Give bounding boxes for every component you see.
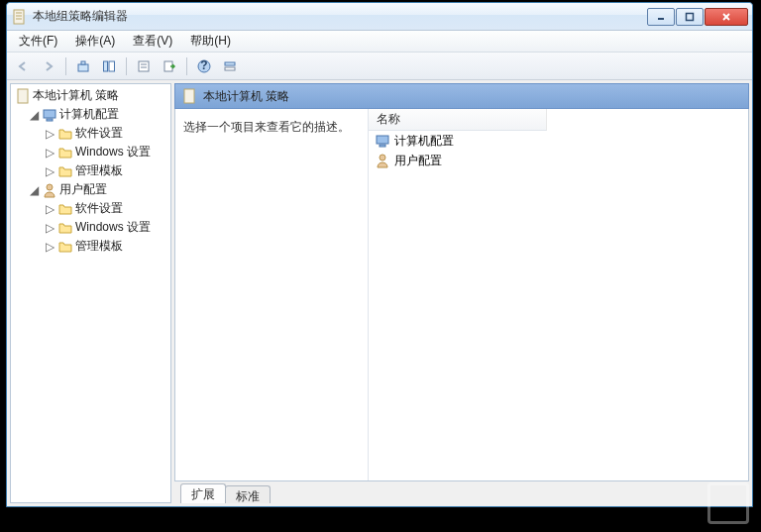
expand-icon[interactable]: ▷ bbox=[45, 222, 55, 233]
list-item[interactable]: 计算机配置 bbox=[369, 131, 748, 151]
tree-item[interactable]: ▷ 软件设置 bbox=[11, 124, 170, 143]
expand-icon[interactable]: ▷ bbox=[45, 128, 55, 139]
tree-root[interactable]: 本地计算机 策略 bbox=[11, 86, 170, 105]
svg-rect-0 bbox=[14, 10, 24, 24]
expand-icon[interactable]: ▷ bbox=[45, 165, 55, 176]
tree-item[interactable]: ▷ 软件设置 bbox=[11, 199, 170, 218]
description-text: 选择一个项目来查看它的描述。 bbox=[183, 120, 350, 134]
svg-point-27 bbox=[380, 155, 385, 160]
document-icon bbox=[15, 88, 31, 104]
tree-item[interactable]: ▷ Windows 设置 bbox=[11, 143, 170, 161]
titlebar[interactable]: 本地组策略编辑器 bbox=[7, 3, 752, 31]
tree-label: 用户配置 bbox=[59, 181, 107, 198]
svg-rect-21 bbox=[44, 110, 55, 118]
svg-rect-18 bbox=[225, 62, 235, 65]
tree-label: 软件设置 bbox=[75, 200, 123, 217]
svg-rect-20 bbox=[18, 89, 28, 103]
toolbar: ? bbox=[7, 53, 752, 80]
svg-rect-24 bbox=[184, 89, 194, 103]
svg-point-23 bbox=[47, 184, 53, 190]
computer-icon bbox=[375, 133, 390, 149]
window-controls bbox=[646, 8, 748, 26]
tree-label: Windows 设置 bbox=[75, 219, 151, 236]
list-item-label: 计算机配置 bbox=[394, 133, 454, 150]
folder-icon bbox=[57, 201, 73, 217]
detail-body: 选择一个项目来查看它的描述。 名称 计算机配置 用户配置 bbox=[174, 109, 749, 481]
minimize-button[interactable] bbox=[647, 8, 675, 26]
expand-icon[interactable]: ▷ bbox=[45, 147, 55, 158]
tree-label: 计算机配置 bbox=[59, 106, 119, 123]
menu-action[interactable]: 操作(A) bbox=[67, 31, 123, 52]
list-item[interactable]: 用户配置 bbox=[369, 151, 748, 170]
menu-file[interactable]: 文件(F) bbox=[11, 31, 65, 52]
folder-icon bbox=[57, 239, 73, 255]
expand-icon[interactable]: ▷ bbox=[45, 241, 55, 252]
window-title: 本地组策略编辑器 bbox=[33, 8, 646, 25]
tree-item[interactable]: ▷ 管理模板 bbox=[11, 161, 170, 180]
close-button[interactable] bbox=[705, 8, 748, 26]
folder-icon bbox=[57, 220, 73, 236]
tree-computer-config[interactable]: ◢ 计算机配置 bbox=[11, 105, 170, 124]
description-pane: 选择一个项目来查看它的描述。 bbox=[175, 109, 369, 480]
show-hide-tree-button[interactable] bbox=[97, 55, 121, 77]
list-item-label: 用户配置 bbox=[394, 153, 442, 169]
detail-panel: 本地计算机 策略 选择一个项目来查看它的描述。 名称 计算机配置 用户配置 bbox=[174, 83, 749, 503]
menu-help[interactable]: 帮助(H) bbox=[182, 31, 239, 52]
tab-standard[interactable]: 标准 bbox=[225, 485, 271, 503]
svg-rect-11 bbox=[109, 61, 115, 71]
folder-icon bbox=[57, 145, 73, 160]
maximize-button[interactable] bbox=[676, 8, 704, 26]
tab-strip: 扩展 标准 bbox=[174, 481, 749, 503]
app-icon bbox=[11, 9, 27, 25]
content-area: 本地计算机 策略 ◢ 计算机配置 ▷ 软件设置 ▷ Windows 设置 ▷ 管… bbox=[7, 80, 752, 506]
svg-rect-26 bbox=[380, 145, 385, 147]
expand-icon[interactable]: ▷ bbox=[45, 203, 55, 214]
svg-rect-9 bbox=[81, 61, 85, 64]
svg-rect-25 bbox=[377, 136, 388, 144]
detail-header: 本地计算机 策略 bbox=[174, 83, 749, 109]
detail-title: 本地计算机 策略 bbox=[203, 88, 289, 105]
toolbar-separator bbox=[186, 57, 187, 75]
tree-item[interactable]: ▷ 管理模板 bbox=[11, 237, 170, 256]
svg-rect-5 bbox=[687, 13, 694, 20]
folder-icon bbox=[57, 126, 73, 142]
toolbar-separator bbox=[126, 57, 127, 75]
export-button[interactable] bbox=[158, 55, 181, 77]
gpedit-window: 本地组策略编辑器 文件(F) 操作(A) 查看(V) 帮助(H) ? 本地计算机… bbox=[6, 2, 753, 507]
computer-icon bbox=[42, 107, 57, 123]
user-icon bbox=[42, 182, 57, 198]
list-pane[interactable]: 名称 计算机配置 用户配置 bbox=[369, 109, 748, 480]
tree-label: Windows 设置 bbox=[75, 144, 151, 160]
tree-panel[interactable]: 本地计算机 策略 ◢ 计算机配置 ▷ 软件设置 ▷ Windows 设置 ▷ 管… bbox=[10, 83, 171, 503]
user-icon bbox=[375, 153, 390, 168]
tree-user-config[interactable]: ◢ 用户配置 bbox=[11, 180, 170, 199]
tree-label: 管理模板 bbox=[75, 162, 123, 179]
tree-label: 管理模板 bbox=[75, 238, 123, 255]
svg-rect-19 bbox=[225, 67, 235, 70]
filter-button[interactable] bbox=[218, 55, 242, 77]
collapse-icon[interactable]: ◢ bbox=[29, 184, 40, 195]
column-header-name[interactable]: 名称 bbox=[369, 109, 547, 131]
tree-item[interactable]: ▷ Windows 设置 bbox=[11, 218, 170, 237]
collapse-icon[interactable]: ◢ bbox=[29, 109, 40, 120]
svg-rect-8 bbox=[78, 64, 88, 71]
document-icon bbox=[181, 88, 197, 104]
forward-button bbox=[37, 55, 60, 77]
back-button bbox=[11, 55, 35, 77]
help-button[interactable]: ? bbox=[192, 55, 216, 77]
folder-icon bbox=[57, 163, 73, 179]
menubar: 文件(F) 操作(A) 查看(V) 帮助(H) bbox=[7, 31, 752, 53]
tree-label: 本地计算机 策略 bbox=[33, 87, 119, 104]
tab-extended[interactable]: 扩展 bbox=[180, 483, 226, 503]
toolbar-separator bbox=[65, 57, 66, 75]
properties-button[interactable] bbox=[132, 55, 156, 77]
menu-view[interactable]: 查看(V) bbox=[125, 31, 180, 52]
svg-rect-22 bbox=[47, 119, 53, 121]
svg-text:?: ? bbox=[200, 59, 207, 72]
svg-rect-10 bbox=[104, 61, 108, 71]
tree-label: 软件设置 bbox=[75, 125, 123, 142]
svg-rect-12 bbox=[139, 61, 149, 71]
up-button[interactable] bbox=[71, 55, 95, 77]
